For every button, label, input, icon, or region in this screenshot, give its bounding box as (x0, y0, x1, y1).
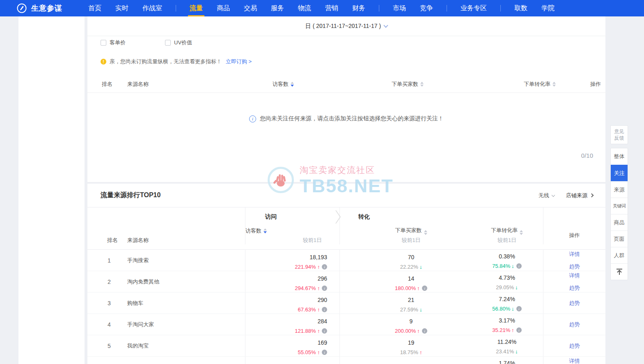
row-source-name: 淘内免费其他 (127, 271, 245, 292)
nav-item-业务专区[interactable]: 业务专区 (454, 0, 494, 16)
col-buyers[interactable]: 下单买家数 较前1日 (339, 226, 482, 244)
metric-delta: 67.63%↑i (298, 306, 327, 313)
visitors-cell: 18,193221.94%↑i (245, 250, 339, 271)
metric-delta: 35.21%↑i (492, 327, 522, 333)
watch-col-下单转化率[interactable]: 下单转化率 (494, 81, 586, 88)
info-icon[interactable]: i (322, 307, 327, 312)
back-to-top-button[interactable] (611, 263, 628, 280)
watch-counter: 0/10 (87, 152, 605, 159)
nav-item-学院[interactable]: 学院 (534, 0, 561, 16)
info-icon[interactable]: i (516, 306, 522, 311)
up-trend-arrow-icon: ↑ (317, 264, 320, 270)
row-rank: 1 (87, 250, 127, 271)
rate-cell: 11.24%23.41%↓ (482, 335, 543, 356)
checkbox-UV价值[interactable]: UV价值 (165, 39, 192, 46)
date-range-label: 日 ( 2017-11-17~2017-11-17 ) (305, 23, 381, 30)
info-icon[interactable]: i (422, 328, 427, 334)
up-trend-arrow-icon: ↑ (417, 328, 420, 334)
action-link-详情[interactable]: 详情 (569, 357, 580, 364)
nav-item-首页[interactable]: 首页 (81, 0, 108, 16)
rate-cell: 1.74% (482, 357, 543, 364)
row-source-name: 购物车 (127, 293, 245, 313)
delta-text: 22.22% (400, 264, 418, 270)
sort-icon[interactable] (552, 82, 556, 87)
info-icon[interactable]: i (322, 264, 327, 270)
buyers-cell: 9200.00%↑i (339, 314, 482, 335)
chevron-right-icon (590, 194, 594, 198)
side-tab-来源[interactable]: 来源 (611, 181, 628, 198)
nav-divider (379, 5, 379, 12)
store-source-link[interactable]: 店铺来源 (566, 192, 593, 199)
metric-delta: 200.00%↑i (395, 328, 427, 334)
watch-col-访客数[interactable]: 访客数 (245, 81, 321, 88)
table-row: 4手淘问大家284121.88%↑i9200.00%↑i3.17%35.21%↑… (87, 314, 605, 335)
nav-item-流量[interactable]: 流量 (183, 0, 210, 16)
side-tab-整体[interactable]: 整体 (611, 148, 628, 165)
device-filter-dropdown[interactable]: 无线 (539, 192, 555, 199)
side-tab-人群[interactable]: 人群 (611, 247, 628, 263)
metric-checkbox-row: 客单价UV价值 (101, 39, 605, 46)
sort-icon[interactable] (420, 82, 424, 87)
visitors-cell: 115 (245, 357, 339, 364)
nav-item-服务[interactable]: 服务 (264, 0, 291, 16)
row-rank: 4 (87, 314, 127, 335)
nav-item-实时[interactable]: 实时 (108, 0, 135, 16)
action-link-趋势[interactable]: 趋势 (569, 321, 580, 328)
side-tab-关键词[interactable]: 关键词 (611, 198, 628, 214)
nav-item-市场[interactable]: 市场 (386, 0, 413, 16)
row-source-name: 手淘问大家 (127, 314, 245, 335)
action-link-趋势[interactable]: 趋势 (569, 342, 580, 350)
row-rank: 2 (87, 271, 127, 292)
nav-item-交易[interactable]: 交易 (237, 0, 264, 16)
nav-item-作战室[interactable]: 作战室 (135, 0, 169, 16)
nav-item-营销[interactable]: 营销 (318, 0, 345, 16)
row-actions: 详情趋势 (543, 357, 605, 364)
action-link-详情[interactable]: 详情 (569, 251, 580, 258)
up-trend-arrow-icon: ↑ (317, 306, 320, 313)
col-rate[interactable]: 下单转化率 较前1日 (482, 226, 543, 244)
sort-icon[interactable] (424, 230, 427, 235)
rate-cell: 7.24%56.80%↓i (482, 293, 543, 313)
sort-icon[interactable] (291, 82, 294, 87)
action-link-详情[interactable]: 详情 (569, 272, 580, 279)
side-tab-页面[interactable]: 页面 (611, 230, 628, 247)
side-tab-关注[interactable]: 关注 (611, 165, 628, 181)
checkbox-客单价[interactable]: 客单价 (101, 39, 126, 46)
checkbox-box[interactable] (101, 40, 106, 46)
sort-icon[interactable] (264, 228, 267, 233)
checkbox-box[interactable] (165, 40, 171, 46)
nav-item-商品[interactable]: 商品 (210, 0, 237, 16)
info-icon[interactable]: i (322, 328, 327, 334)
watch-col-label: 下单买家数 (392, 81, 418, 88)
brand[interactable]: 生意参谋 (16, 0, 62, 16)
metric-value: 70 (408, 254, 415, 260)
info-icon[interactable]: i (322, 350, 327, 355)
side-tab-商品[interactable]: 商品 (611, 214, 628, 230)
info-icon[interactable]: i (516, 263, 522, 269)
nav-item-物流[interactable]: 物流 (291, 0, 318, 16)
watch-col-下单买家数[interactable]: 下单买家数 (321, 81, 494, 88)
col-visitors[interactable]: 访客数 较前1日 (245, 226, 339, 244)
action-link-趋势[interactable]: 趋势 (569, 263, 580, 270)
info-icon[interactable]: i (516, 327, 522, 333)
sort-icon[interactable] (520, 230, 523, 235)
row-rank: 5 (87, 335, 127, 356)
action-link-趋势[interactable]: 趋势 (569, 299, 580, 307)
up-trend-arrow-icon: ↑ (511, 327, 514, 333)
info-icon[interactable]: i (422, 286, 427, 291)
info-icon[interactable]: i (322, 286, 327, 291)
order-now-link[interactable]: 立即订购 > (226, 58, 252, 65)
feedback-button[interactable]: 意见 反馈 (610, 125, 628, 144)
date-range-selector[interactable]: 日 ( 2017-11-17~2017-11-17 ) (87, 16, 605, 36)
metric-delta: 55.05%↑i (298, 349, 327, 355)
group-divider-chevron-icon (335, 210, 341, 224)
nav-item-竞争[interactable]: 竞争 (413, 0, 440, 16)
action-link-趋势[interactable]: 趋势 (569, 284, 580, 292)
metric-value: 3.17% (499, 317, 515, 324)
nav-item-取数[interactable]: 取数 (507, 0, 534, 16)
buyers-cell: 7022.22%↓ (339, 250, 482, 271)
down-trend-arrow-icon: ↓ (515, 348, 518, 355)
metric-value: 1.74% (499, 360, 515, 364)
brand-name: 生意参谋 (31, 3, 62, 13)
nav-item-财务[interactable]: 财务 (345, 0, 372, 16)
